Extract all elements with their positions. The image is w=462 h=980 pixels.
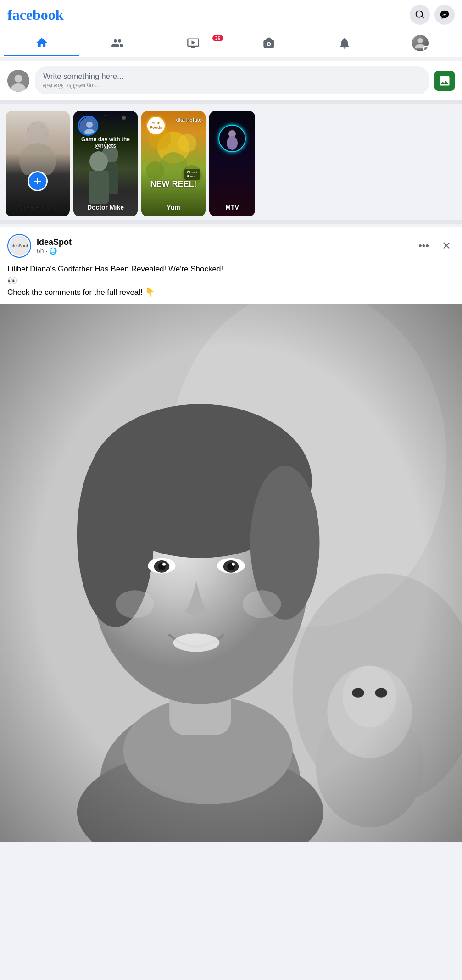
home-icon: [35, 36, 48, 49]
post-text-line2: 👀: [7, 275, 455, 287]
svg-rect-12: [89, 171, 109, 204]
svg-point-17: [86, 122, 93, 128]
story-yum-avatar-ring: YumFoods: [146, 116, 166, 136]
story-vodka-text: dka Potato: [176, 116, 202, 123]
nav-item-marketplace[interactable]: [231, 31, 307, 55]
post-image[interactable]: [0, 304, 462, 843]
story-doctor-avatar-ring: [78, 116, 98, 136]
nav-item-profile[interactable]: [383, 29, 458, 57]
post-header: ideaSpot IdeaSpot 6h · 🌐 ••• ✕: [0, 227, 462, 261]
story-create-bg: [6, 111, 70, 216]
facebook-logo: facebook: [7, 6, 64, 23]
plus-icon: [32, 176, 43, 187]
svg-point-15: [105, 115, 106, 116]
svg-point-11: [89, 151, 108, 172]
svg-point-6: [33, 124, 34, 126]
story-mtv-person: [218, 125, 246, 152]
svg-point-26: [227, 136, 238, 150]
messenger-button[interactable]: [434, 5, 455, 25]
watch-badge: 36: [212, 35, 223, 41]
profile-avatar: [412, 35, 429, 51]
post-composer: Write something here... ஏதாவது எழுதலாமே.…: [0, 61, 462, 100]
notifications-icon: [338, 37, 351, 50]
story-mtv-bg: [209, 111, 255, 216]
app-header: facebook: [0, 0, 462, 29]
story-doctor-overlay-text: Game day with the @nyjets: [73, 136, 138, 149]
post-avatar: ideaSpot: [9, 236, 29, 256]
composer-input-box[interactable]: Write something here... ஏதாவது எழுதலாமே.…: [35, 66, 429, 94]
header-icons: [410, 5, 455, 25]
nav-item-notifications[interactable]: [307, 31, 383, 55]
stories-section: Create story: [0, 107, 462, 220]
close-icon: ✕: [442, 239, 451, 252]
search-button[interactable]: [410, 5, 430, 25]
svg-point-1: [15, 74, 22, 82]
post-time-row: 6h · 🌐: [37, 247, 72, 255]
post-text-line1: Lilibet Diana's Godfather Has Been Revea…: [7, 263, 455, 275]
svg-point-23: [146, 161, 164, 180]
menu-badge: [423, 46, 429, 51]
post-meta: IdeaSpot 6h · 🌐: [37, 238, 72, 255]
friends-icon: [111, 37, 124, 50]
composer-placeholder-2: ஏதாவது எழுதலாமே...: [43, 81, 421, 89]
svg-rect-54: [0, 304, 462, 843]
composer-avatar: [7, 70, 29, 92]
messenger-icon: [440, 10, 450, 20]
post-more-options-button[interactable]: •••: [415, 238, 433, 254]
story-mtv-label: MTV: [209, 204, 255, 211]
post-header-left: ideaSpot IdeaSpot 6h · 🌐: [7, 234, 72, 258]
post-text-line3: Check the comments for the full reveal! …: [7, 287, 455, 299]
svg-point-8: [46, 133, 48, 135]
composer-placeholder-1: Write something here...: [43, 72, 421, 81]
post-author-name: IdeaSpot: [37, 238, 72, 247]
story-yum-avatar-text: YumFoods: [150, 121, 162, 130]
post-dismiss-button[interactable]: ✕: [438, 238, 455, 254]
navigation-bar: 36: [0, 29, 462, 57]
svg-point-3: [26, 121, 49, 147]
story-doctor-label: Doctor Mike: [73, 204, 138, 211]
stories-scroll: Create story: [0, 111, 462, 216]
post-avatar-text: ideaSpot: [11, 244, 28, 249]
story-doctor-mike[interactable]: Game day with the @nyjets Doctor Mike: [73, 111, 138, 216]
svg-point-7: [41, 126, 43, 128]
svg-point-14: [122, 116, 126, 120]
story-create-label: Create story: [6, 204, 70, 211]
post-image-bw-portrait: [0, 304, 462, 843]
more-dots-icon: •••: [418, 240, 429, 251]
story-create-plus-button[interactable]: [28, 171, 48, 191]
story-mtv[interactable]: MTV: [209, 111, 255, 216]
post-avatar-ring: ideaSpot: [7, 234, 31, 258]
nav-item-home[interactable]: [4, 31, 79, 56]
post-header-actions: ••• ✕: [415, 238, 455, 254]
post-time: 6h: [37, 247, 44, 255]
story-yum-label: Yum: [141, 204, 206, 211]
story-check-badge: Checkit out: [184, 169, 200, 180]
story-create[interactable]: Create story: [6, 111, 70, 216]
nav-item-watch[interactable]: 36: [155, 31, 231, 55]
add-photo-button[interactable]: [434, 71, 455, 91]
watch-icon: [187, 37, 200, 50]
separator-2: [0, 220, 462, 224]
marketplace-icon: [262, 37, 275, 50]
svg-point-4: [19, 143, 56, 175]
post-privacy-globe-icon: 🌐: [49, 247, 57, 255]
search-icon: [415, 10, 425, 20]
post-ideaspot: ideaSpot IdeaSpot 6h · 🌐 ••• ✕ Lilibet D…: [0, 227, 462, 842]
svg-point-5: [28, 128, 29, 130]
svg-point-21: [178, 134, 196, 152]
story-yum[interactable]: dka Potato YumFoods NEW REEL! Checkit ou…: [141, 111, 206, 216]
post-content: Lilibet Diana's Godfather Has Been Revea…: [0, 261, 462, 304]
separator-1: [0, 100, 462, 104]
story-yum-reel-text: NEW REEL!: [141, 179, 206, 189]
post-time-dot: ·: [46, 247, 48, 255]
nav-item-friends[interactable]: [79, 31, 155, 55]
composer-avatar-image: [7, 70, 29, 92]
story-create-silhouette: [6, 111, 70, 175]
photo-icon: [438, 74, 451, 87]
